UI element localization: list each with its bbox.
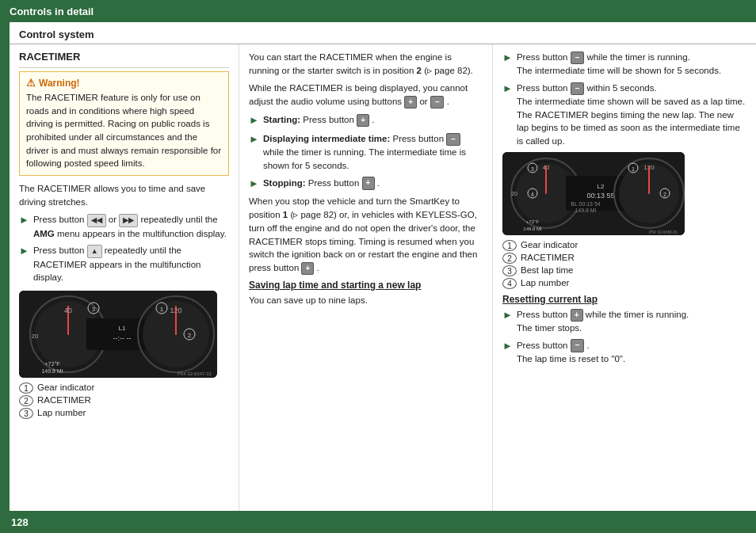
displaying-bullet: ► Displaying intermediate time: Press bu… [249, 132, 483, 173]
stopping-bullet: ► Stopping: Press button + . [249, 177, 483, 192]
displaying-text: Displaying intermediate time: Press butt… [263, 132, 483, 173]
legend-item-3: 3 Lap number [19, 408, 229, 419]
btn-minus-display: – [446, 133, 460, 147]
middle-intro: You can start the RACETIMER when the eng… [249, 51, 483, 77]
svg-text:3: 3 [92, 306, 96, 313]
svg-text:--:-- --: --:-- -- [113, 334, 132, 342]
legend-num-2: 2 [19, 395, 33, 406]
btn-minus-r1: – [571, 51, 585, 65]
svg-text:L2: L2 [598, 183, 605, 190]
btn-plus-start: + [357, 114, 369, 128]
legend-label-2: RACETIMER [37, 395, 91, 405]
svg-text:1: 1 [632, 166, 635, 172]
reset-bullet-text-2: Press button – . The lap time is reset t… [517, 339, 746, 366]
btn-plus-reset1: + [571, 309, 583, 322]
legend-num-3: 3 [19, 408, 33, 419]
divider-1 [19, 67, 229, 68]
warning-text: The RACETIMER feature is only for use on… [26, 91, 222, 170]
svg-text:3: 3 [531, 166, 534, 172]
btn-minus-r2: – [571, 82, 585, 96]
bullet-arrow-2: ► [19, 244, 29, 259]
right-legend-num-4: 4 [502, 278, 517, 289]
right-legend-item-2: 2 RACETIMER [502, 253, 746, 264]
header-bar: Controls in detail [0, 0, 756, 22]
bullet-arrow-r1: ► [502, 51, 513, 66]
svg-text:BL 00:13 54: BL 00:13 54 [571, 201, 601, 207]
svg-text:2: 2 [663, 192, 666, 197]
btn-plus-stop: + [362, 177, 375, 190]
right-legend-item-3: 3 Best lap time [502, 265, 746, 276]
right-legend-label-2: RACETIMER [521, 253, 575, 262]
svg-text:P54 32-6347-31: P54 32-6347-31 [178, 371, 212, 376]
footer-bar: 128 [0, 511, 756, 533]
header-title: Controls in detail [10, 6, 94, 17]
left-legend-list: 1 Gear indicator 2 RACETIMER 3 Lap numbe… [19, 383, 229, 419]
starting-text: Starting: Press button + . [263, 113, 483, 127]
warning-box: ⚠ Warning! The RACETIMER feature is only… [19, 71, 229, 176]
right-bullet-2: ► Press button – within 5 seconds. The i… [502, 82, 746, 148]
svg-text:+72°F: +72°F [526, 219, 540, 224]
section-title: Control system [10, 22, 756, 44]
left-column: RACETIMER ⚠ Warning! The RACETIMER featu… [10, 44, 239, 511]
bullet-arrow-reset1: ► [502, 308, 513, 323]
svg-text:4: 4 [531, 192, 534, 197]
bullet-arrow-reset2: ► [502, 339, 513, 354]
bullet-item-1: ► Press button ◀◀ or ▶▶ repeatedly until… [19, 213, 229, 240]
btn-minus-reset2: – [571, 339, 585, 352]
middle-column: You can start the RACETIMER when the eng… [239, 44, 493, 511]
starting-bullet: ► Starting: Press button + . [249, 113, 483, 128]
legend-item-2: 2 RACETIMER [19, 395, 229, 406]
bullet-arrow-1: ► [19, 213, 29, 228]
right-legend-list: 1 Gear indicator 2 RACETIMER 3 Best lap … [502, 240, 746, 289]
right-column: ► Press button – while the timer is runn… [493, 44, 756, 511]
btn-minus-inline-1: – [430, 96, 445, 109]
bullet-arrow-display: ► [249, 132, 259, 147]
columns-wrap: RACETIMER ⚠ Warning! The RACETIMER featu… [10, 44, 756, 511]
intro-text: The RACETIMER allows you to time and sav… [19, 182, 229, 208]
svg-text:1: 1 [160, 306, 164, 313]
right-legend-num-2: 2 [502, 253, 517, 264]
resetting-heading: Resetting current lap [502, 294, 746, 305]
btn-plus-inline-1: + [404, 96, 417, 109]
side-bar [0, 22, 10, 533]
svg-text:20: 20 [511, 191, 517, 196]
saving-text: You can save up to nine laps. [249, 294, 483, 307]
saving-heading: Saving lap time and starting a new lap [249, 280, 483, 291]
right-bullet-1: ► Press button – while the timer is runn… [502, 51, 746, 78]
btn-plus-restart: + [301, 262, 314, 276]
right-legend-num-1: 1 [502, 240, 517, 251]
btn-nav-right: ▶▶ [119, 214, 138, 227]
content-area: Control system RACETIMER ⚠ Warning! The … [10, 22, 756, 511]
stopping-text: Stopping: Press button + . [263, 177, 483, 190]
right-legend-label-1: Gear indicator [521, 240, 578, 249]
reset-bullet-2: ► Press button – . The lap time is reset… [502, 339, 746, 366]
svg-text:00:13 55: 00:13 55 [586, 192, 614, 200]
right-bullet-text-2: Press button – within 5 seconds. The int… [517, 82, 746, 148]
cluster-image-left: 40 20 60 L1 --:-- -- 120 +72°F [19, 291, 217, 378]
warning-triangle-icon: ⚠ [26, 77, 36, 89]
right-legend-item-4: 4 Lap number [502, 278, 746, 289]
warning-label: Warning! [39, 78, 80, 89]
bullet-text-2: Press button ▲ repeatedly until the RACE… [33, 244, 229, 284]
legend-label-3: Lap number [37, 408, 86, 417]
reset-bullet-text-1: Press button + while the timer is runnin… [517, 308, 746, 335]
bullet-arrow-stop: ► [249, 177, 259, 192]
cluster-image-right: 40 20 60 L2 00:13 55 BL 00:13 54 149.8 M… [502, 152, 685, 235]
svg-text:149.8 MI: 149.8 MI [575, 207, 596, 213]
right-legend-num-3: 3 [502, 265, 517, 276]
stop-para: When you stop the vehicle and turn the S… [249, 195, 483, 275]
legend-item-1: 1 Gear indicator [19, 383, 229, 394]
right-bullet-text-1: Press button – while the timer is runnin… [517, 51, 746, 78]
svg-text:2: 2 [188, 332, 192, 339]
btn-nav-left: ◀◀ [87, 214, 106, 227]
legend-num-1: 1 [19, 383, 33, 394]
racetimer-heading: RACETIMER [19, 51, 229, 63]
bullet-text-1: Press button ◀◀ or ▶▶ repeatedly until t… [33, 213, 229, 240]
svg-text:+72°F: +72°F [45, 361, 60, 367]
svg-text:149.8 MI: 149.8 MI [523, 227, 542, 231]
svg-text:20: 20 [32, 333, 39, 340]
btn-nav-up: ▲ [87, 245, 102, 258]
svg-text:149.8 MI: 149.8 MI [41, 368, 63, 374]
reset-bullet-1: ► Press button + while the timer is runn… [502, 308, 746, 335]
right-legend-label-4: Lap number [521, 278, 569, 287]
